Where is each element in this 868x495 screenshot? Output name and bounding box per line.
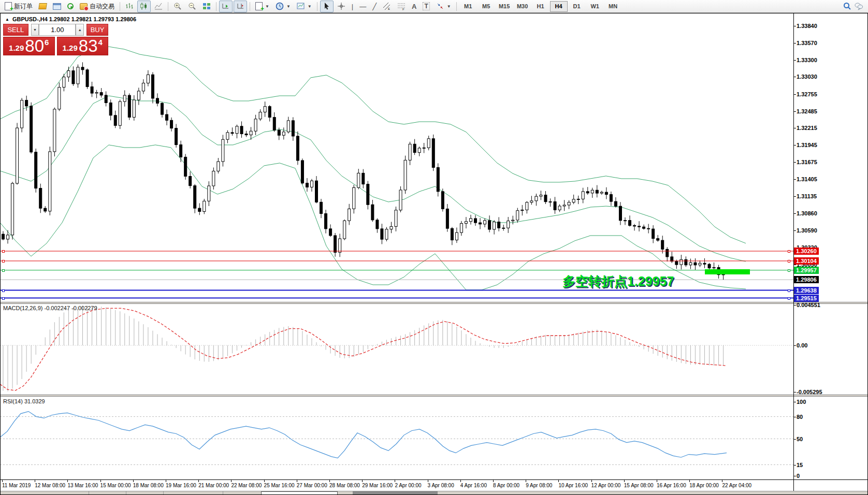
market-watch-button[interactable] <box>50 1 64 12</box>
bar-chart-button[interactable] <box>123 1 136 12</box>
pivot-annotation[interactable]: 多空转折点1.29957 <box>562 273 674 290</box>
buy-button[interactable]: BUY <box>86 24 108 36</box>
time-axis-tick <box>493 480 494 482</box>
time-axis-label: 12 Apr 00:00 <box>591 483 621 488</box>
volume-increase-button[interactable]: ▲ <box>76 24 84 36</box>
new-order-label: 新订单 <box>14 2 33 11</box>
candlestick-button[interactable] <box>137 1 151 12</box>
sell-button[interactable]: SELL <box>3 24 28 36</box>
chart-shift-button[interactable] <box>234 1 247 12</box>
profile-button[interactable] <box>36 1 49 12</box>
price-axis-tick-label: 1.30590 <box>797 227 817 234</box>
bottom-tab[interactable] <box>89 491 126 495</box>
macd-axis-tick-label: 0.004551 <box>797 302 820 308</box>
price-axis-tick-label: 1.32755 <box>797 91 817 97</box>
price-axis-tick-label: 1.32485 <box>797 108 817 114</box>
timeframe-d1[interactable]: D1 <box>568 1 586 12</box>
channel-button[interactable]: E <box>380 1 394 12</box>
hline-handle[interactable] <box>2 289 5 292</box>
time-axis-label: 18 Apr 00:00 <box>689 483 719 488</box>
toolbar-separator <box>456 2 457 11</box>
time-axis-tick <box>526 480 526 482</box>
horizontal-line-button[interactable]: — <box>357 1 369 12</box>
chat-icon[interactable] <box>855 2 863 10</box>
bottom-tab[interactable] <box>164 491 223 495</box>
hline-handle[interactable] <box>788 289 790 292</box>
time-axis-tick <box>2 480 3 482</box>
main-chart-canvas[interactable] <box>0 13 793 302</box>
pane-separator-rsi[interactable] <box>0 395 868 397</box>
volume-input[interactable]: 1.00 <box>39 24 76 36</box>
rsi-axis-tick <box>793 417 796 417</box>
vertical-line-icon: | <box>352 3 353 10</box>
price-axis-tick-label: 1.30860 <box>797 210 817 216</box>
toolbar-right-group <box>843 2 866 10</box>
timeframe-h1[interactable]: H1 <box>532 1 549 12</box>
search-icon[interactable] <box>843 2 851 10</box>
hline-handle[interactable] <box>788 250 790 253</box>
text-icon: A <box>412 3 416 10</box>
data-window-button[interactable] <box>65 1 76 12</box>
time-axis-tick <box>689 480 690 482</box>
tile-windows-button[interactable] <box>200 1 213 12</box>
zoom-out-button[interactable] <box>185 1 199 12</box>
periods-button[interactable]: ▼ <box>273 1 293 12</box>
hline-handle[interactable] <box>2 260 5 263</box>
sell-price-main: 80 <box>25 38 44 54</box>
auto-trading-button[interactable]: 自动交易 <box>77 1 117 12</box>
timeframe-h4[interactable]: H4 <box>550 1 568 12</box>
rsi-label: RSI(14) 31.0329 <box>3 398 45 404</box>
crosshair-button[interactable] <box>335 1 348 12</box>
zoom-in-button[interactable] <box>171 1 184 12</box>
trendline-button[interactable]: ╱ <box>370 1 379 12</box>
hline-handle[interactable] <box>788 260 790 263</box>
arrows-button[interactable]: ▼ <box>433 1 454 12</box>
timeframe-m30[interactable]: M30 <box>514 1 531 12</box>
price-axis-tick <box>793 77 796 77</box>
collapse-arrow-icon[interactable]: ▲ <box>5 17 9 22</box>
time-axis-label: 11 Mar 2019 <box>2 483 31 488</box>
bottom-tab-active[interactable] <box>261 491 338 495</box>
hline-handle[interactable] <box>2 269 5 272</box>
vertical-line-button[interactable]: | <box>349 1 356 12</box>
bottom-tab[interactable] <box>353 491 438 495</box>
text-button[interactable]: A <box>409 1 419 12</box>
clock-icon <box>276 2 284 10</box>
volume-decrease-button[interactable]: ▼ <box>31 24 39 36</box>
new-order-button[interactable]: 新订单 <box>2 1 35 12</box>
cursor-button[interactable] <box>320 1 334 12</box>
auto-scroll-button[interactable] <box>219 1 233 12</box>
pane-separator-macd[interactable] <box>0 302 868 304</box>
time-axis-label: 8 Apr 00:00 <box>493 483 519 488</box>
timeframe-m5[interactable]: M5 <box>478 1 495 12</box>
hline-handle[interactable] <box>788 269 790 272</box>
timeframe-mn[interactable]: MN <box>604 1 622 12</box>
buy-price-button[interactable]: 1.29 83 4 <box>57 37 109 55</box>
bottom-tab[interactable] <box>0 491 89 495</box>
bottom-tab[interactable] <box>126 491 164 495</box>
price-axis-tick-label: 1.33030 <box>797 74 817 80</box>
hline-handle[interactable] <box>2 297 5 300</box>
signal-icon <box>67 3 74 9</box>
hline-handle[interactable] <box>2 250 5 253</box>
line-chart-button[interactable] <box>152 1 165 12</box>
timeframe-m1[interactable]: M1 <box>459 1 477 12</box>
indicators-button[interactable]: ▼ <box>253 1 272 12</box>
time-axis-label: 29 Mar 16:00 <box>362 483 393 488</box>
timeframe-m15[interactable]: M15 <box>496 1 513 12</box>
sell-price-button[interactable]: 1.29 80 6 <box>3 37 55 55</box>
hline-handle[interactable] <box>788 297 790 300</box>
price-axis-tick <box>793 145 796 145</box>
time-axis-tick <box>297 480 297 482</box>
zoom-in-icon <box>173 2 182 10</box>
rsi-canvas[interactable] <box>0 397 793 479</box>
toolbar-separator <box>250 2 250 11</box>
timeframe-w1[interactable]: W1 <box>586 1 604 12</box>
templates-button[interactable]: ▼ <box>294 1 314 12</box>
macd-axis-tick-label: 0.00 <box>797 342 807 348</box>
fibonacci-button[interactable]: F <box>395 1 408 12</box>
rsi-axis-tick <box>793 439 796 440</box>
text-label-button[interactable]: T <box>420 1 432 12</box>
macd-canvas[interactable] <box>0 303 793 395</box>
hline-price-tag: 1.30104 <box>794 257 819 265</box>
